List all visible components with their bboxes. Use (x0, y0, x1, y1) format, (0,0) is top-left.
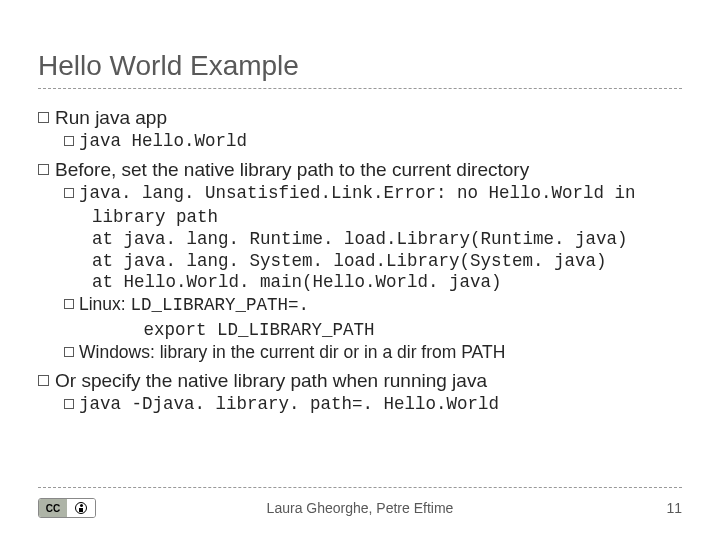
code-text: java. lang. Unsatisfied.Link.Error: no H… (79, 183, 636, 205)
page-number: 11 (666, 500, 682, 516)
code-text: LD_LIBRARY_PATH=. (131, 295, 310, 315)
linux-line-2: Linux: export LD_LIBRARY_PATH (92, 319, 682, 342)
bullet-text: Run java app (55, 107, 167, 129)
bullet-prefix: Or (55, 370, 76, 391)
bullet-before: Before, set the native library path to t… (38, 159, 682, 181)
bullet-box-icon (64, 136, 74, 146)
bullet-prefix: Before (55, 159, 111, 180)
bullet-box-icon (38, 375, 49, 386)
bullet-or: Or specify the native library path when … (38, 370, 682, 392)
bullet-rest: specify the native library path when run… (76, 370, 487, 391)
sub-bullet-error: java. lang. Unsatisfied.Link.Error: no H… (64, 183, 682, 205)
bullet-box-icon (64, 399, 74, 409)
cc-icon: CC (39, 499, 67, 517)
error-line: library path (92, 207, 682, 229)
slide-title: Hello World Example (38, 50, 682, 89)
code-text: export LD_LIBRARY_PATH (144, 320, 375, 340)
code-text: java Hello.World (79, 131, 247, 153)
plain-text: library in the current dir or in a dir f… (160, 342, 506, 362)
sub-bullet-windows: Windows: library in the current dir or i… (64, 342, 682, 364)
bullet-text: Or specify the native library path when … (55, 370, 487, 392)
bullet-run: Run java app (38, 107, 682, 129)
os-label: Windows: (79, 342, 160, 362)
person-icon (75, 502, 87, 514)
sub-bullet-run-cmd: java Hello.World (64, 131, 682, 153)
slide-body: Hello World Example Run java app java He… (0, 0, 720, 416)
bullet-text: Before, set the native library path to t… (55, 159, 529, 181)
error-line: at java. lang. System. load.Library(Syst… (92, 251, 682, 273)
footer: CC Laura Gheorghe, Petre Eftime 11 (38, 487, 682, 518)
bullet-rest: , set the native library path to the cur… (111, 159, 529, 180)
bullet-prefix: Run (55, 107, 90, 128)
bullet-box-icon (38, 164, 49, 175)
error-line: at Hello.World. main(Hello.World. java) (92, 272, 682, 294)
sub-bullet-djava: java -Djava. library. path=. Hello.World (64, 394, 682, 416)
error-line: at java. lang. Runtime. load.Library(Run… (92, 229, 682, 251)
cc-badge: CC (38, 498, 96, 518)
by-icon (67, 499, 95, 517)
bullet-box-icon (38, 112, 49, 123)
sub-bullet-linux: Linux: LD_LIBRARY_PATH=. (64, 294, 682, 317)
bullet-box-icon (64, 299, 74, 309)
windows-line: Windows: library in the current dir or i… (79, 342, 505, 364)
code-text: java -Djava. library. path=. Hello.World (79, 394, 499, 416)
bullet-rest: java app (90, 107, 167, 128)
bullet-box-icon (64, 347, 74, 357)
bullet-box-icon (64, 188, 74, 198)
linux-line: Linux: LD_LIBRARY_PATH=. (79, 294, 309, 317)
os-label: Linux: (79, 294, 131, 314)
authors: Laura Gheorghe, Petre Eftime (267, 500, 454, 516)
